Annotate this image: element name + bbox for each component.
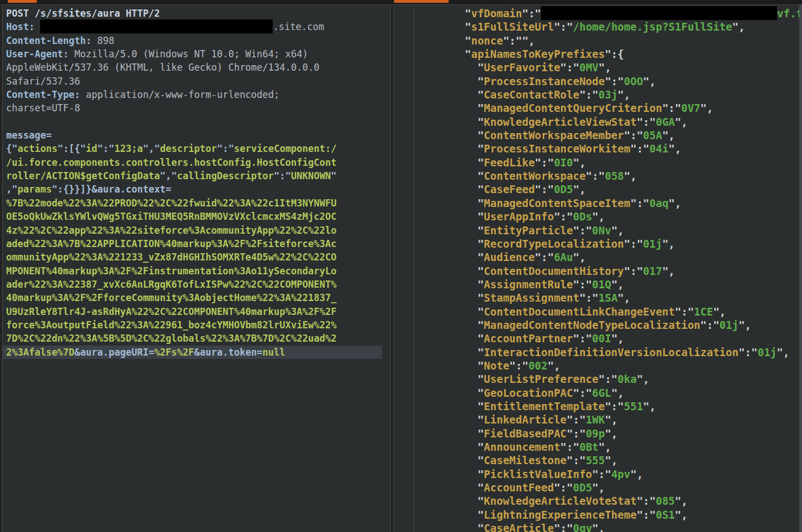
code-token: 1CE: [694, 306, 713, 318]
code-token: ": [465, 102, 484, 114]
response-editor[interactable]: "vfDomain":"vf.f"s1FullSiteUrl":"/home/h…: [393, 5, 799, 532]
code-token: ",: [618, 292, 631, 304]
code-token: ":": [598, 373, 617, 385]
code-token: AssignmentRule: [484, 278, 573, 290]
code-line: 4z%22%2C%22app%22%3A%22siteforce%3Acommu…: [3, 224, 390, 237]
code-token: ":": [637, 116, 656, 128]
code-token: ",: [592, 210, 605, 223]
code-token: Content-Length:: [6, 35, 97, 46]
code-token: 0GA: [656, 116, 675, 128]
code-token: ":": [579, 88, 598, 101]
code-token: 03j: [598, 88, 617, 101]
code-token: .site.com: [273, 21, 324, 32]
code-token: ":": [605, 400, 624, 412]
code-token: 0D5: [573, 481, 592, 494]
code-token: vf.f: [777, 7, 799, 19]
code-token: actions: [17, 143, 57, 154]
code-token: 017: [643, 265, 662, 277]
code-token: 1SA: [598, 292, 617, 304]
code-token: UserListPreference: [484, 373, 598, 385]
code-line: "nonce":"",: [394, 34, 799, 47]
code-line: AppleWebKit/537.36 (KHTML, like Gecko) C…: [3, 61, 390, 74]
code-token: ": [465, 35, 471, 47]
code-token: ",: [573, 156, 586, 169]
code-token: 555: [585, 454, 604, 466]
code-token: ": [465, 88, 484, 101]
code-token: ":": [509, 359, 528, 372]
code-token: ": [465, 224, 484, 237]
code-token: callingDescriptor: [177, 170, 274, 181]
code-token: 0I0: [554, 156, 573, 169]
code-token: ":[{": [57, 143, 86, 154]
code-token: ",: [548, 359, 560, 372]
code-token: 7D%2C%22dn%22%3A%5B%5D%2C%22globals%22%3…: [6, 333, 337, 344]
code-token: 05A: [643, 129, 662, 141]
code-token: Mozilla/5.0 (Windows NT 10.0; Win64; x64…: [75, 48, 308, 60]
code-token: {": [6, 143, 17, 154]
code-token: 0gv: [573, 522, 592, 532]
code-line: Safari/537.36: [3, 75, 390, 88]
code-token: ":": [567, 427, 585, 440]
code-line: "PicklistValueInfo":"4pv",: [394, 467, 799, 481]
code-token: ": [465, 413, 484, 426]
code-line: "LightningExperienceTheme":"0S1",: [394, 508, 799, 521]
code-line: "Audience":"6Au",: [394, 250, 799, 264]
code-token: 01j: [643, 238, 662, 250]
code-token: EntitlementTemplate: [484, 400, 604, 412]
code-line: 7D%2C%22dn%22%3A%5B%5D%2C%22globals%22%3…: [3, 332, 390, 345]
code-token: ",: [573, 251, 586, 263]
code-token: Announcement: [484, 441, 560, 453]
code-token: force%3AoutputField%22%3A%22961_boz4cYMH…: [6, 319, 337, 331]
code-token: ":": [675, 306, 694, 318]
code-token: ":"",: [503, 35, 535, 47]
code-line: "UserListPreference":"0ka",: [394, 372, 799, 386]
code-token: ": [465, 454, 484, 466]
code-token: UserFavorite: [484, 61, 560, 73]
code-token: AccountPartner: [484, 332, 573, 344]
code-token: 09p: [585, 427, 604, 440]
code-token: ",: [611, 224, 624, 237]
code-token: 0aq: [650, 197, 668, 209]
code-line: ommunityApp%22%3A%221233_vZx87dHGHIhSOMX…: [3, 250, 390, 264]
request-editor[interactable]: POST /s/sfsites/aura HTTP/2Host: .site.c…: [2, 5, 391, 532]
code-token: RecordTypeLocalization: [484, 238, 624, 250]
code-line: roller/ACTION$getConfigData","callingDes…: [3, 169, 390, 183]
code-token: nonce: [471, 35, 503, 47]
code-token: %2Fs%2F: [154, 347, 194, 358]
code-line: POST /s/sfsites/aura HTTP/2: [3, 7, 390, 20]
code-line: "EntityParticle":"0Nv",: [394, 224, 799, 237]
code-token: charset=UTF-8: [6, 102, 80, 114]
code-token: ",: [739, 319, 751, 331]
code-line: "UserAppInfo":"0Ds",: [394, 210, 799, 223]
redaction-box: [541, 6, 777, 20]
response-scrollbar[interactable]: [799, 5, 802, 532]
code-line: U9UzRleY8Tlr4J-asRdHyA%22%2C%22COMPONENT…: [3, 305, 390, 318]
pane-divider[interactable]: [391, 5, 393, 532]
code-token: 6GL: [592, 387, 611, 399]
code-token: ":": [624, 238, 643, 250]
code-token: application/x-www-form-urlencoded;: [86, 89, 279, 100]
code-token: ",: [618, 88, 631, 101]
code-token: 6Au: [554, 251, 573, 263]
code-token: ",: [777, 346, 790, 358]
code-line: User-Agent: Mozilla/5.0 (Windows NT 10.0…: [3, 47, 390, 61]
code-token: ": [465, 265, 484, 277]
code-line: "InteractionDefinitionVersionLocalizatio…: [394, 346, 799, 359]
code-token: 0Nv: [592, 224, 611, 237]
code-token: ManagedContentNodeTypeLocalization: [484, 319, 700, 331]
code-line: OE5oQkUwZklsYWlvQWg5TGxiTHU3MEQ5RnBMMOVz…: [3, 210, 390, 223]
code-token: ":": [592, 468, 611, 480]
code-token: params: [17, 184, 51, 195]
code-line: "s1FullSiteUrl":"/home/home.jsp?S1FullSi…: [394, 20, 799, 33]
code-token: Safari/537.36: [6, 76, 80, 87]
code-token: ":": [739, 346, 757, 358]
code-token: ": [465, 197, 484, 209]
code-line: [3, 115, 390, 129]
code-token: ": [465, 495, 484, 507]
code-token: ",: [611, 387, 624, 399]
code-token: vfDomain: [471, 7, 522, 19]
code-line: ader%22%3A%22387_xvXc6AnLRgqK6TofLxISPw%…: [3, 278, 390, 291]
code-token: /home/home.jsp?S1FullSite: [573, 21, 732, 33]
code-token: ",: [732, 21, 745, 33]
code-token: KnowledgeArticleViewStat: [484, 116, 637, 128]
